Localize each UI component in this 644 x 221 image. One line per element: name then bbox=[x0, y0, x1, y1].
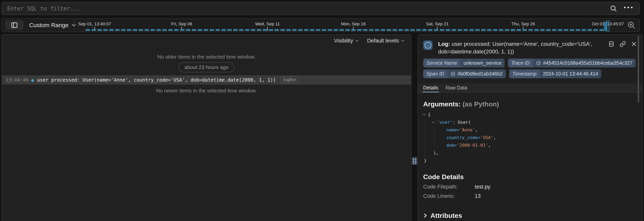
attributes-heading: Attributes bbox=[430, 212, 462, 220]
open-in-panel-icon[interactable] bbox=[608, 41, 614, 47]
no-older-items-text: No older items in the selected time wind… bbox=[2, 54, 411, 60]
details-message: user processed: User(name='Anne', countr… bbox=[438, 41, 592, 55]
code-lineno-label: Code Lineno: bbox=[423, 193, 475, 199]
arguments-code-tree: { 'user' : User( name= 'Anne' , country_… bbox=[423, 111, 637, 164]
chevron-down-icon bbox=[401, 39, 404, 42]
indent-guide bbox=[425, 119, 425, 157]
logs-panel-header: Visibility Default levels bbox=[2, 35, 411, 47]
indent-guide bbox=[434, 127, 434, 151]
badge-value: unknown_service bbox=[460, 59, 505, 67]
timeline-histogram-baseline[interactable] bbox=[86, 29, 604, 31]
logs-panel: Visibility Default levels No older items… bbox=[2, 34, 411, 221]
code-line: ), bbox=[423, 149, 637, 157]
attributes-section-toggle[interactable]: Attributes bbox=[423, 212, 637, 220]
code-filepath-value: test.py bbox=[475, 184, 490, 190]
arguments-heading: Arguments: (as Python) bbox=[423, 100, 637, 108]
code-string: 'USA' bbox=[480, 134, 493, 141]
more-options-icon[interactable]: ••• bbox=[624, 4, 634, 12]
code-details-heading: Code Details bbox=[423, 173, 637, 181]
visibility-dropdown-label: Visibility bbox=[334, 38, 353, 44]
chevron-right-icon bbox=[422, 214, 427, 218]
search-icon[interactable] bbox=[610, 5, 617, 12]
code-key: dob= bbox=[446, 141, 457, 149]
time-range-label: Custom Range bbox=[29, 22, 68, 28]
code-lineno-row: Code Lineno: 13 bbox=[423, 193, 637, 199]
relative-time-badge[interactable]: about 23 hours ago bbox=[178, 62, 234, 72]
time-range-selector[interactable]: Custom Range bbox=[29, 19, 75, 32]
sql-filter-bar: ••• bbox=[2, 2, 640, 15]
badge-label: Span ID bbox=[423, 69, 447, 78]
tab-details[interactable]: Details bbox=[423, 83, 438, 92]
zoom-in-icon[interactable] bbox=[627, 21, 636, 29]
log-row[interactable]: 13:44:46 ◆ user processed: User(name='An… bbox=[2, 75, 411, 85]
timeline-selection-region[interactable] bbox=[606, 21, 609, 31]
code-string: '2000-01-01' bbox=[457, 141, 488, 149]
default-levels-dropdown-label: Default levels bbox=[367, 38, 399, 44]
timeline-tick-label: Thu, Sep 26 bbox=[511, 21, 535, 26]
timeline-tick-label: Sep 01, 13:40:07 bbox=[78, 21, 111, 26]
info-level-icon: i bbox=[423, 40, 432, 50]
scrollbar-thumb[interactable] bbox=[638, 36, 639, 103]
log-row-tag[interactable]: logfire bbox=[281, 76, 298, 84]
time-range-toolbar: Custom Range Sep 01, 13:40:07 Fri, Sep 0… bbox=[2, 18, 640, 32]
code-key: 'user' bbox=[437, 118, 452, 126]
panel-left-icon bbox=[11, 22, 18, 29]
code-line: { bbox=[423, 111, 637, 118]
sidebar-toggle-button[interactable] bbox=[5, 20, 24, 30]
code-lineno-value: 13 bbox=[475, 193, 481, 199]
timeline-tick-label: Wed, Sep 11 bbox=[255, 21, 280, 26]
close-icon[interactable] bbox=[631, 41, 637, 47]
chevron-down-icon bbox=[356, 39, 358, 42]
panel-resize-handle[interactable] bbox=[412, 157, 417, 165]
arguments-heading-suffix: (as Python) bbox=[462, 100, 499, 108]
span-id-badge[interactable]: Span ID #b0f0d9ed1ab346b2 bbox=[423, 69, 506, 78]
log-level-diamond-icon: ◆ bbox=[31, 77, 34, 83]
badge-value: #b0f0d9ed1ab346b2 bbox=[458, 71, 502, 77]
link-icon bbox=[536, 61, 541, 66]
collapse-chevron-icon[interactable] bbox=[423, 113, 426, 115]
log-row-time: 13:44:46 bbox=[6, 77, 28, 83]
badge-label: Trace ID bbox=[508, 59, 533, 67]
code-key: name= bbox=[446, 126, 460, 134]
default-levels-dropdown[interactable]: Default levels bbox=[367, 38, 404, 44]
badge-value: 2024-10-01 13:44:46.414 bbox=[540, 69, 601, 78]
timeline-tick-label: Sat, Sep 21 bbox=[426, 21, 449, 26]
code-key: country_code= bbox=[446, 134, 480, 141]
log-details-panel: i Log: user processed: User(name='Anne',… bbox=[418, 34, 642, 221]
timeline-tick-label: Mon, Sep 16 bbox=[341, 21, 366, 26]
chevron-down-icon bbox=[72, 22, 76, 26]
service-name-badge[interactable]: Service Name unknown_service bbox=[423, 59, 505, 67]
code-line: name= 'Anne' , bbox=[423, 126, 637, 134]
code-line: } bbox=[423, 157, 637, 164]
code-filepath-label: Code Filepath: bbox=[423, 184, 475, 190]
code-line: 'user' : User( bbox=[423, 118, 637, 126]
code-filepath-row: Code Filepath: test.py bbox=[423, 184, 637, 190]
timeline-tick-label: Fri, Sep 06 bbox=[171, 21, 192, 26]
collapse-chevron-icon[interactable] bbox=[432, 120, 434, 123]
code-string: 'Anne' bbox=[460, 126, 475, 134]
trace-id-badge[interactable]: Trace ID #454514c0168a455a51bb4ceba354c3… bbox=[508, 59, 636, 67]
details-header: i Log: user processed: User(name='Anne',… bbox=[423, 40, 637, 55]
details-tabs: Details Raw Data bbox=[418, 83, 642, 92]
badge-label: Timestamp bbox=[509, 69, 540, 78]
timestamp-badge[interactable]: Timestamp 2024-10-01 13:44:46.414 bbox=[509, 69, 601, 78]
no-newer-items-text: No newer items in the selected time wind… bbox=[2, 88, 411, 94]
code-line: country_code= 'USA' , bbox=[423, 134, 637, 141]
badge-label: Service Name bbox=[423, 59, 460, 67]
log-row-message: user processed: User(name='Anne', countr… bbox=[37, 77, 276, 83]
details-title: Log: user processed: User(name='Anne', c… bbox=[438, 40, 608, 55]
sql-filter-input[interactable] bbox=[7, 5, 603, 12]
link-icon bbox=[450, 71, 456, 76]
details-kind-label: Log: bbox=[438, 41, 450, 47]
toolbar-divider bbox=[74, 20, 75, 30]
code-line: dob= '2000-01-01' , bbox=[423, 141, 637, 149]
copy-link-icon[interactable] bbox=[620, 41, 626, 47]
visibility-dropdown[interactable]: Visibility bbox=[334, 38, 358, 44]
metadata-badges: Service Name unknown_service Trace ID #4… bbox=[423, 59, 637, 78]
tab-raw-data[interactable]: Raw Data bbox=[446, 83, 467, 92]
badge-value: #454514c0168a455a51bb4ceba354c327 bbox=[543, 60, 632, 66]
